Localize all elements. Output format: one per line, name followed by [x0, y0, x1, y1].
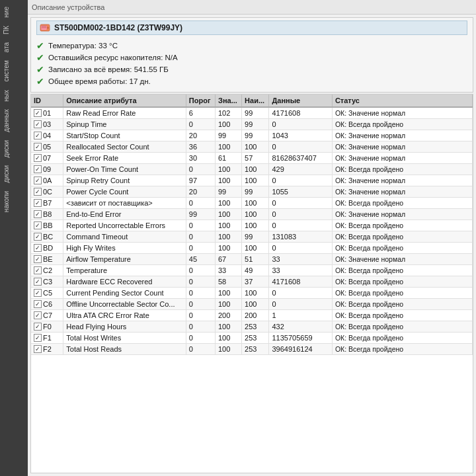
- checkbox-BE[interactable]: ✓: [34, 255, 42, 263]
- info-written: Записано за всё время: 541.55 ГБ: [48, 65, 169, 73]
- cell-id-C2: ✓C2: [31, 265, 63, 276]
- cell-status-C6: ОК: Всегда пройдено: [332, 299, 472, 310]
- cell-data-F1: 1135705659: [269, 333, 332, 344]
- cell-worst-B8: 100: [242, 209, 269, 220]
- cell-worst-B7: 100: [242, 198, 269, 209]
- id-text-C3: C3: [43, 278, 52, 286]
- cell-worst-C5: 100: [242, 288, 269, 299]
- cell-val-09: 100: [216, 164, 242, 175]
- cell-data-C6: 0: [269, 299, 332, 310]
- cell-data-0A: 0: [269, 175, 332, 186]
- table-row: ✓BEAirflow Temperature45675133ОК: Значен…: [31, 254, 473, 265]
- table-container: ID Описание атрибута Порог Зна... Наи...…: [30, 94, 473, 473]
- checkbox-F2[interactable]: ✓: [34, 345, 42, 353]
- table-row: ✓C7Ultra ATA CRC Error Rate02002001ОК: В…: [31, 310, 473, 321]
- cell-desc-04: Start/Stop Count: [63, 130, 186, 141]
- cell-thresh-C7: 0: [186, 310, 215, 321]
- cell-worst-01: 99: [242, 107, 269, 119]
- col-header-val: Зна...: [216, 95, 242, 107]
- checkbox-01[interactable]: ✓: [34, 109, 42, 117]
- checkbox-F0[interactable]: ✓: [34, 323, 42, 331]
- cell-status-BB: ОК: Всегда пройдено: [332, 220, 472, 231]
- table-row: ✓BDHigh Fly Writes01001000ОК: Всегда про…: [31, 243, 473, 254]
- table-row: ✓F1Total Host Writes01002531135705659ОК:…: [31, 333, 473, 344]
- cell-id-09: ✓09: [31, 164, 63, 175]
- checkbox-C7[interactable]: ✓: [34, 311, 42, 319]
- cell-status-F1: ОК: Всегда пройдено: [332, 333, 472, 344]
- cell-id-BE: ✓BE: [31, 254, 63, 265]
- cell-thresh-BB: 0: [186, 220, 215, 231]
- checkbox-C6[interactable]: ✓: [34, 300, 42, 308]
- cell-val-BE: 67: [216, 254, 242, 265]
- id-text-BE: BE: [43, 255, 53, 263]
- cell-worst-BC: 99: [242, 231, 269, 243]
- sidebar-label-6: данных: [0, 105, 28, 136]
- cell-id-05: ✓05: [31, 141, 63, 153]
- table-row: ✓07Seek Error Rate30615781628637407ОК: З…: [31, 153, 473, 164]
- checkbox-07[interactable]: ✓: [34, 154, 42, 162]
- checkbox-09[interactable]: ✓: [34, 165, 42, 173]
- cell-id-C3: ✓C3: [31, 276, 63, 288]
- checkbox-F1[interactable]: ✓: [34, 334, 42, 342]
- checkbox-C5[interactable]: ✓: [34, 289, 42, 297]
- check-icon-1: ✔: [36, 40, 44, 51]
- cell-desc-BD: High Fly Writes: [63, 243, 186, 254]
- cell-val-07: 61: [216, 153, 242, 164]
- cell-thresh-F2: 0: [186, 344, 215, 355]
- cell-id-0C: ✓0C: [31, 186, 63, 198]
- check-icon-3: ✔: [36, 64, 44, 75]
- checkbox-BD[interactable]: ✓: [34, 244, 42, 252]
- cell-val-C6: 100: [216, 299, 242, 310]
- cell-status-01: ОК: Значение нормал: [332, 107, 472, 119]
- id-text-F0: F0: [43, 323, 52, 331]
- checkbox-C2[interactable]: ✓: [34, 266, 42, 274]
- cell-thresh-C6: 0: [186, 299, 215, 310]
- cell-worst-04: 99: [242, 130, 269, 141]
- checkbox-B7[interactable]: ✓: [34, 199, 42, 207]
- cell-val-C7: 200: [216, 310, 242, 321]
- cell-status-BD: ОК: Всегда пройдено: [332, 243, 472, 254]
- checkbox-0C[interactable]: ✓: [34, 188, 42, 196]
- check-icon-4: ✔: [36, 76, 44, 87]
- checkbox-0A[interactable]: ✓: [34, 177, 42, 184]
- checkbox-BB[interactable]: ✓: [34, 221, 42, 229]
- cell-thresh-01: 6: [186, 107, 215, 119]
- cell-val-BD: 100: [216, 243, 242, 254]
- table-row: ✓03Spinup Time0100990ОК: Всегда пройдено: [31, 119, 473, 130]
- cell-thresh-05: 36: [186, 141, 215, 153]
- cell-status-C2: ОК: Всегда пройдено: [332, 265, 472, 276]
- device-info-rows: ✔ Температура: 33 °C ✔ Оставшийся ресурс…: [36, 39, 467, 89]
- cell-status-C7: ОК: Всегда пройдено: [332, 310, 472, 321]
- cell-thresh-BD: 0: [186, 243, 215, 254]
- cell-status-0C: ОК: Значение нормал: [332, 186, 472, 198]
- checkbox-03[interactable]: ✓: [34, 120, 42, 128]
- cell-thresh-09: 0: [186, 164, 215, 175]
- cell-desc-B7: <зависит от поставщика>: [63, 198, 186, 209]
- cell-desc-F2: Total Host Reads: [63, 344, 186, 355]
- id-text-04: 04: [43, 132, 51, 139]
- info-row-uptime: ✔ Общее время работы: 17 дн.: [36, 76, 467, 87]
- cell-thresh-C2: 0: [186, 265, 215, 276]
- checkbox-C3[interactable]: ✓: [34, 278, 42, 286]
- main-area: Описание устройства ST500DM002-1BD142 (Z…: [28, 0, 476, 476]
- cell-worst-C6: 100: [242, 299, 269, 310]
- checkbox-04[interactable]: ✓: [34, 132, 42, 139]
- col-header-worst: Наи...: [242, 95, 269, 107]
- cell-data-B8: 0: [269, 209, 332, 220]
- checkbox-B8[interactable]: ✓: [34, 210, 42, 218]
- cell-thresh-C3: 0: [186, 276, 215, 288]
- cell-desc-BE: Airflow Temperature: [63, 254, 186, 265]
- cell-id-C7: ✓C7: [31, 310, 63, 321]
- cell-worst-F2: 253: [242, 344, 269, 355]
- cell-desc-C7: Ultra ATA CRC Error Rate: [63, 310, 186, 321]
- cell-data-C3: 4171608: [269, 276, 332, 288]
- cell-val-F1: 100: [216, 333, 242, 344]
- checkbox-BC[interactable]: ✓: [34, 233, 42, 241]
- cell-desc-F1: Total Host Writes: [63, 333, 186, 344]
- table-row: ✓B7<зависит от поставщика>01001000ОК: Вс…: [31, 198, 473, 209]
- cell-data-09: 429: [269, 164, 332, 175]
- checkbox-05[interactable]: ✓: [34, 143, 42, 151]
- info-temp: Температура: 33 °C: [48, 42, 118, 50]
- cell-data-C7: 1: [269, 310, 332, 321]
- attr-table: ID Описание атрибута Порог Зна... Наи...…: [31, 95, 473, 355]
